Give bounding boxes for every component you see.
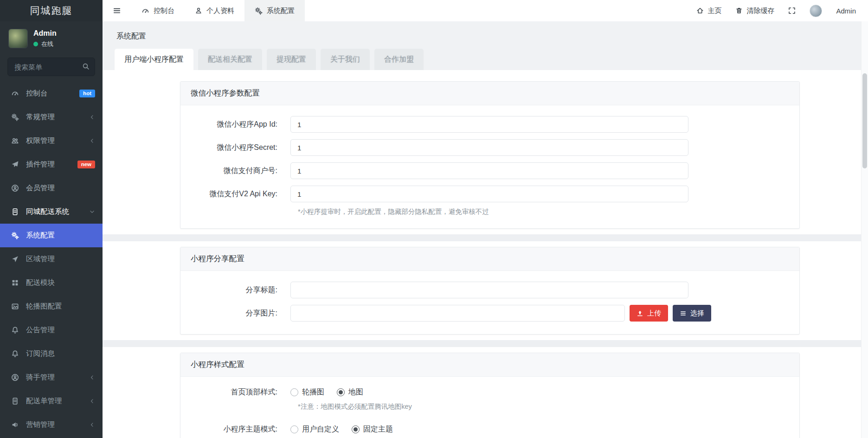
sidebar-item-label: 骑手管理 [26, 373, 55, 382]
sidebar-item-3[interactable]: 插件管理new [0, 153, 103, 176]
breadcrumb: 系统配置 [103, 21, 868, 49]
radio-checked-icon[interactable] [337, 388, 345, 396]
field-input[interactable] [290, 116, 688, 133]
form-row: 微信支付V2 Api Key: [180, 182, 799, 206]
form-group: 分享标题: [180, 278, 799, 302]
radio-option[interactable]: 轮播图 [290, 387, 324, 397]
radio-option[interactable]: 地图 [337, 387, 363, 397]
field-input[interactable] [290, 186, 688, 202]
sidebar-item-8[interactable]: 配送模块 [0, 271, 103, 295]
form-group: 微信小程序App Id: [180, 113, 799, 136]
sidebar-item-5[interactable]: 同城配送系统 [0, 200, 103, 224]
upload-icon [637, 310, 643, 317]
radio-label: 固定主题 [363, 425, 393, 434]
radio-icon[interactable] [290, 388, 298, 396]
sidebar-item-1[interactable]: 常规管理 [0, 105, 103, 129]
topnav-avatar[interactable] [810, 5, 822, 17]
avatar[interactable] [8, 29, 28, 48]
field-input[interactable] [290, 282, 688, 298]
upload-button[interactable]: 上传 [630, 305, 668, 322]
topnav-item-1[interactable]: 个人资料 [185, 0, 244, 21]
sidebar-item-7[interactable]: 区域管理 [0, 247, 103, 271]
sidebar-item-label: 常规管理 [26, 112, 55, 122]
app-layout: 同城跑腿 Admin 在线 控制台hot常规管理权限管理插件管理new会员管理同… [0, 0, 868, 438]
form-row: 微信小程序App Id: [180, 113, 799, 136]
sidebar-item-13[interactable]: 配送单管理 [0, 389, 103, 413]
app-logo: 同城跑腿 [0, 0, 103, 21]
card-body: 微信小程序App Id:微信小程序Secret:微信支付商户号:微信支付V2 A… [180, 105, 799, 228]
scrollbar-track[interactable] [861, 21, 868, 438]
sidebar-item-label: 插件管理 [26, 160, 55, 169]
sidebar-item-label: 区域管理 [26, 254, 55, 264]
hamburger-icon[interactable] [103, 0, 131, 21]
field-input[interactable] [290, 139, 688, 156]
section-divider [103, 340, 868, 347]
field-input[interactable] [290, 162, 688, 179]
topnav-item-0[interactable]: 控制台 [131, 0, 185, 21]
topnav-item-label: 个人资料 [206, 6, 234, 15]
topnav-item-2[interactable]: 系统配置 [244, 0, 305, 21]
sidebar-item-label: 同城配送系统 [26, 207, 69, 217]
topnav-right-item-2[interactable] [788, 7, 796, 14]
chevron-down-icon [89, 209, 95, 215]
radio-checked-icon[interactable] [352, 425, 360, 433]
form-group: 分享图片:上传选择 [180, 302, 799, 325]
form-group: 微信小程序Secret: [180, 136, 799, 159]
tab-4[interactable]: 合作加盟 [374, 49, 424, 70]
topnav-item-label: 控制台 [154, 6, 174, 15]
chevron-left-icon [89, 138, 95, 144]
radio-label: 轮播图 [302, 387, 324, 397]
topnav-right-label: 清除缓存 [746, 6, 774, 15]
field-label: 小程序主题模式: [180, 425, 285, 434]
radio-option[interactable]: 用户自定义 [290, 425, 339, 434]
card-body: 分享标题:分享图片:上传选择 [180, 271, 799, 334]
tab-2[interactable]: 提现配置 [267, 49, 316, 70]
user-icon [195, 7, 202, 14]
topnav-right-item-0[interactable]: 主页 [696, 6, 721, 15]
sidebar-item-6[interactable]: 系统配置 [0, 224, 103, 247]
config-card-2: 小程序样式配置首页顶部样式:轮播图地图*注意：地图模式必须配置腾讯地图key小程… [180, 353, 800, 438]
scrollbar-thumb[interactable] [862, 73, 867, 168]
status-label: 在线 [41, 40, 53, 48]
choose-button[interactable]: 选择 [673, 305, 711, 322]
tab-1[interactable]: 配送相关配置 [198, 49, 262, 70]
form-group: 小程序主题模式:用户自定义固定主题*注意：修改后需要刷新小程序 [180, 421, 799, 438]
tab-0[interactable]: 用户端小程序配置 [115, 49, 193, 70]
topnav-right: 主页清除缓存Admin [696, 5, 868, 17]
config-card-0: 微信小程序参数配置微信小程序App Id:微信小程序Secret:微信支付商户号… [180, 81, 800, 229]
sidebar-item-label: 订阅消息 [26, 349, 55, 359]
card-title: 微信小程序参数配置 [180, 82, 799, 105]
online-status: 在线 [33, 40, 57, 48]
button-label: 上传 [647, 309, 661, 318]
sidebar-item-9[interactable]: 轮播图配置 [0, 295, 103, 318]
sidebar-item-12[interactable]: 骑手管理 [0, 366, 103, 389]
doc-icon [10, 397, 19, 405]
sidebar-item-2[interactable]: 权限管理 [0, 129, 103, 153]
sidebar-item-label: 系统配置 [26, 231, 55, 240]
topnav-username[interactable]: Admin [836, 7, 856, 15]
field-input[interactable] [290, 305, 625, 322]
field-note: *小程序提审时，开启此配置，隐藏部分隐私配置，避免审核不过 [298, 206, 799, 219]
radio-group: 用户自定义固定主题 [290, 425, 405, 434]
chevron-left-icon [89, 374, 95, 380]
image-icon [10, 303, 19, 310]
online-dot-icon [33, 42, 38, 46]
sidebar-item-0[interactable]: 控制台hot [0, 82, 103, 105]
sidebar-item-10[interactable]: 公告管理 [0, 318, 103, 342]
radio-option[interactable]: 固定主题 [352, 425, 393, 434]
sidebar: 同城跑腿 Admin 在线 控制台hot常规管理权限管理插件管理new会员管理同… [0, 0, 103, 438]
topnav-items: 控制台个人资料系统配置 [131, 0, 305, 21]
sidebar-item-11[interactable]: 订阅消息 [0, 342, 103, 366]
home-icon [696, 7, 704, 14]
sidebar-item-label: 营销管理 [26, 420, 55, 430]
topnav-right-item-1[interactable]: 清除缓存 [735, 6, 774, 15]
tab-3[interactable]: 关于我们 [321, 49, 370, 70]
sidebar-item-4[interactable]: 会员管理 [0, 176, 103, 200]
gears-icon [10, 113, 19, 121]
card-body: 首页顶部样式:轮播图地图*注意：地图模式必须配置腾讯地图key小程序主题模式:用… [180, 377, 799, 438]
sidebar-item-14[interactable]: 营销管理 [0, 413, 103, 437]
admin-name: Admin [33, 29, 57, 38]
users-icon [10, 137, 19, 145]
radio-icon[interactable] [290, 425, 298, 433]
form-row: 微信小程序Secret: [180, 136, 799, 159]
